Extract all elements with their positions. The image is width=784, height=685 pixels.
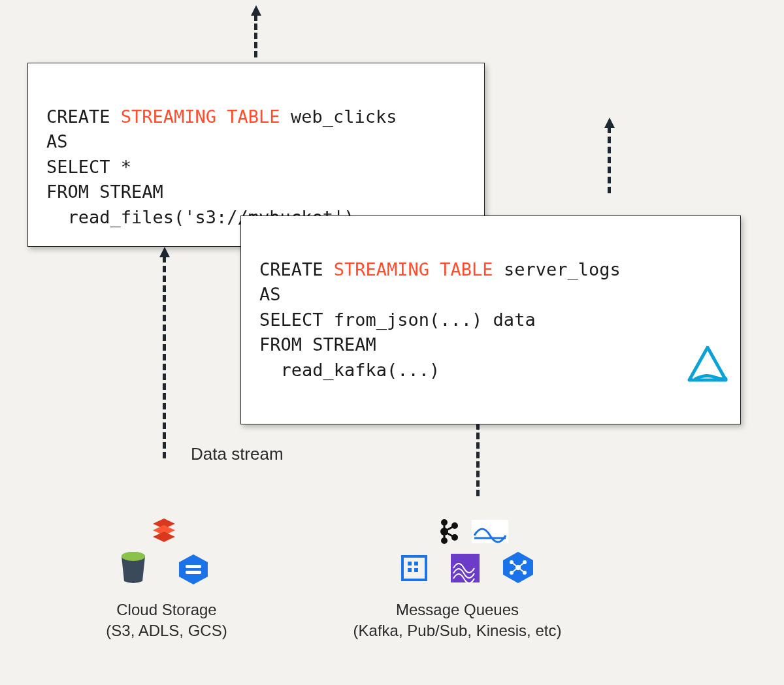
code-line: CREATE STREAMING TABLE server_logs [259, 259, 621, 279]
code-line: CREATE STREAMING TABLE web_clicks [46, 106, 397, 127]
code-line: read_kafka(...) [259, 360, 440, 380]
cloud-storage-group: Cloud Storage (S3, ADLS, GCS) [85, 517, 248, 642]
svg-rect-23 [451, 554, 480, 582]
queues-icons-row [333, 516, 581, 589]
arrow-box1-up [254, 14, 257, 57]
svg-rect-19 [408, 562, 412, 566]
code-line: SELECT from_json(...) data [259, 310, 536, 330]
data-stream-label: Data stream [191, 444, 284, 464]
svg-point-4 [122, 552, 145, 561]
databricks-icon [150, 517, 178, 550]
pubsub-icon [500, 550, 536, 588]
queues-subtitle: (Kafka, Pub/Sub, Kinesis, etc) [333, 620, 581, 641]
storage-subtitle: (S3, ADLS, GCS) [85, 620, 248, 641]
svg-rect-21 [408, 568, 412, 572]
code-line: FROM STREAM [46, 182, 163, 202]
arrow-storage-stream [163, 256, 166, 458]
eventhubs-icon [399, 552, 430, 586]
queues-title: Message Queues [333, 599, 581, 620]
kafka-icon [438, 517, 460, 549]
kinesis-icon [449, 552, 481, 586]
delta-icon [644, 321, 728, 415]
code-line: AS [46, 131, 68, 151]
storage-title: Cloud Storage [85, 599, 248, 620]
svg-rect-20 [414, 562, 418, 566]
arrow-box2-up [608, 127, 611, 193]
svg-rect-22 [414, 568, 418, 572]
code-box-server-logs: CREATE STREAMING TABLE server_logs AS SE… [240, 215, 741, 424]
message-queues-group: Message Queues (Kafka, Pub/Sub, Kinesis,… [333, 516, 581, 642]
s3-bucket-icon [118, 550, 149, 588]
svg-marker-5 [179, 554, 208, 584]
arrow-queues-stream [476, 423, 480, 496]
code-line: AS [259, 284, 281, 304]
svg-rect-7 [186, 571, 201, 574]
code-line: FROM STREAM [259, 334, 376, 355]
storage-icons-row [85, 517, 248, 589]
svg-rect-6 [186, 565, 201, 568]
code-line: SELECT * [46, 157, 131, 177]
svg-marker-2 [153, 532, 175, 542]
pulsar-icon [472, 520, 508, 546]
gcs-hexagon-icon [176, 552, 210, 589]
